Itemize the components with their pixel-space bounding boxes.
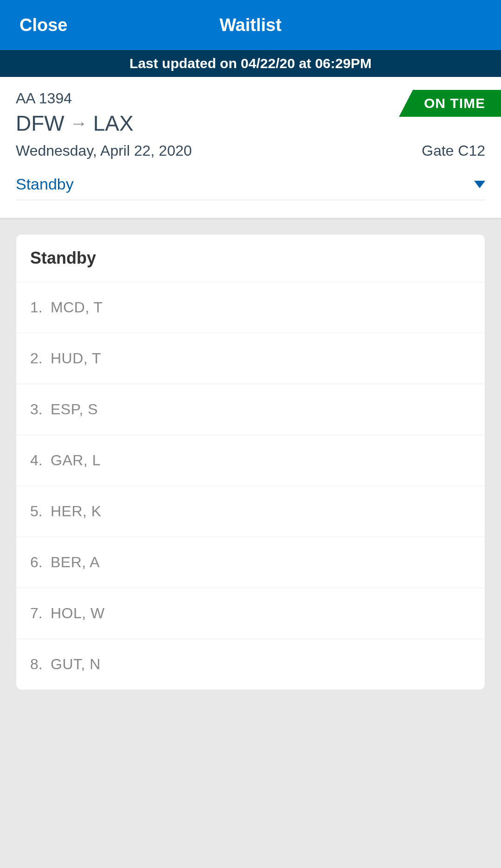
passenger-name: BER, A [51, 554, 100, 571]
list-position: 6. [30, 554, 51, 571]
list-item: 7. HOL, W [16, 588, 485, 639]
flight-summary: ON TIME AA 1394 DFW → LAX Wednesday, Apr… [0, 77, 501, 218]
header-bar: Close Waitlist [0, 0, 501, 50]
list-position: 5. [30, 503, 51, 520]
list-title: Standby [16, 234, 485, 282]
list-position: 4. [30, 452, 51, 469]
status-badge: ON TIME [399, 90, 501, 117]
list-position: 8. [30, 656, 51, 673]
flight-date: Wednesday, April 22, 2020 [16, 142, 192, 159]
passenger-name: HUD, T [51, 350, 101, 367]
list-position: 7. [30, 605, 51, 622]
list-item: 6. BER, A [16, 537, 485, 588]
passenger-name: GAR, L [51, 452, 101, 469]
origin-code: DFW [16, 111, 64, 136]
content-area: Standby 1. MCD, T 2. HUD, T 3. ESP, S 4.… [0, 218, 501, 706]
passenger-name: HER, K [51, 503, 102, 520]
last-updated-bar: Last updated on 04/22/20 at 06:29PM [0, 50, 501, 77]
close-button[interactable]: Close [19, 15, 67, 35]
list-item: 8. GUT, N [16, 639, 485, 690]
passenger-name: MCD, T [51, 299, 103, 316]
passenger-name: GUT, N [51, 656, 101, 673]
list-position: 1. [30, 299, 51, 316]
list-position: 3. [30, 401, 51, 418]
passenger-name: HOL, W [51, 605, 105, 622]
list-position: 2. [30, 350, 51, 367]
list-type-dropdown[interactable]: Standby [16, 171, 485, 200]
passenger-name: ESP, S [51, 401, 98, 418]
destination-code: LAX [93, 111, 134, 136]
list-item: 2. HUD, T [16, 333, 485, 384]
page-title: Waitlist [219, 15, 282, 35]
chevron-down-icon [474, 181, 485, 188]
list-item: 4. GAR, L [16, 435, 485, 486]
flight-gate: Gate C12 [422, 142, 485, 159]
list-item: 5. HER, K [16, 486, 485, 537]
arrow-right-icon: → [70, 114, 88, 133]
list-item: 1. MCD, T [16, 282, 485, 333]
list-item: 3. ESP, S [16, 384, 485, 435]
dropdown-label: Standby [16, 175, 74, 193]
standby-list-card: Standby 1. MCD, T 2. HUD, T 3. ESP, S 4.… [16, 234, 485, 690]
